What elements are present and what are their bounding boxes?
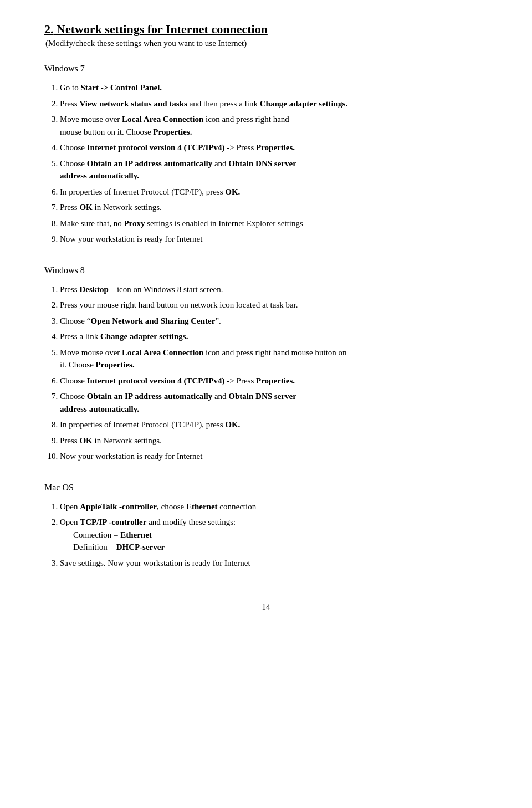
bold-text: Start -> Control Panel.	[81, 83, 162, 92]
list-item: Choose “Open Network and Sharing Center”…	[60, 315, 488, 328]
list-item: Move mouse over Local Area Connection ic…	[60, 113, 488, 138]
windows7-list: Go to Start -> Control Panel. Press View…	[60, 81, 488, 246]
bold-text: Internet protocol version 4 (TCP/IPv4)	[87, 376, 225, 385]
bold-text: OK.	[225, 420, 240, 429]
list-item: Now your workstation is ready for Intern…	[60, 233, 488, 246]
bold-text: View network status and tasks	[79, 99, 187, 108]
windows8-label: Windows 8	[44, 265, 488, 275]
list-item: Now your workstation is ready for Intern…	[60, 450, 488, 463]
section-title: Network settings for Internet connection	[57, 22, 268, 36]
list-item: In properties of Internet Protocol (TCP/…	[60, 186, 488, 198]
bold-text: AppleTalk -controller	[80, 502, 157, 511]
section-heading: 2. Network settings for Internet connect…	[44, 22, 488, 37]
bold-text: Ethernet	[186, 502, 218, 511]
bold-text: DHCP-server	[116, 543, 165, 551]
windows8-section: Windows 8 Press Desktop – icon on Window…	[44, 265, 488, 463]
list-item: Open TCP/IP -controller and modify these…	[60, 516, 488, 554]
list-item: Save settings. Now your workstation is r…	[60, 557, 488, 570]
macos-label: Mac OS	[44, 483, 488, 493]
bold-text: Change adapter settings.	[260, 99, 347, 108]
bold-text: Change adapter settings.	[100, 332, 188, 341]
macos-connection-line: Connection = Ethernet	[73, 530, 152, 539]
bold-text: OK.	[225, 187, 240, 196]
windows7-section: Windows 7 Go to Start -> Control Panel. …	[44, 64, 488, 246]
bold-text: Properties.	[256, 143, 295, 152]
windows8-list: Press Desktop – icon on Windows 8 start …	[60, 283, 488, 463]
list-item: Go to Start -> Control Panel.	[60, 81, 488, 94]
bold-text: Internet protocol version 4 (TCP/IPv4)	[87, 143, 225, 152]
bold-text: Properties.	[153, 127, 192, 136]
list-item: Choose Obtain an IP address automaticall…	[60, 390, 488, 415]
section-number: 2.	[44, 22, 54, 36]
macos-list: Open AppleTalk -controller, choose Ether…	[60, 500, 488, 570]
list-item: Press your mouse right hand button on ne…	[60, 299, 488, 311]
windows7-label: Windows 7	[44, 64, 488, 74]
bold-text: Properties.	[96, 360, 135, 369]
list-item: Make sure that, no Proxy settings is ena…	[60, 217, 488, 230]
bold-text: Local Area Connection	[122, 115, 203, 124]
list-item: Choose Obtain an IP address automaticall…	[60, 157, 488, 182]
bold-text: Desktop	[79, 285, 109, 294]
bold-text: Open Network and Sharing Center	[90, 316, 215, 325]
bold-text: Obtain an IP address automatically	[87, 159, 212, 168]
list-item: Move mouse over Local Area Connection ic…	[60, 346, 488, 371]
bold-text: Properties.	[256, 376, 295, 385]
bold-text: Proxy	[124, 219, 145, 228]
bold-text: TCP/IP -controller	[80, 518, 146, 526]
list-item: Press Desktop – icon on Windows 8 start …	[60, 283, 488, 296]
list-item: In properties of Internet Protocol (TCP/…	[60, 418, 488, 431]
list-item: Choose Internet protocol version 4 (TCP/…	[60, 141, 488, 154]
page-number: 14	[44, 602, 488, 612]
bold-text: Local Area Connection	[122, 348, 203, 357]
page-content: 2. Network settings for Internet connect…	[44, 22, 488, 612]
bold-text: OK	[79, 203, 92, 212]
section-subtitle: (Modify/check these settings when you wa…	[44, 39, 488, 48]
bold-text: OK	[79, 436, 92, 445]
list-item: Press OK in Network settings.	[60, 434, 488, 447]
list-item: Choose Internet protocol version 4 (TCP/…	[60, 375, 488, 387]
list-item: Press OK in Network settings.	[60, 201, 488, 214]
macos-section: Mac OS Open AppleTalk -controller, choos…	[44, 483, 488, 570]
macos-definition-line: Definition = DHCP-server	[73, 543, 165, 551]
list-item: Press View network status and tasks and …	[60, 98, 488, 110]
bold-text: Ethernet	[120, 530, 152, 539]
list-item: Open AppleTalk -controller, choose Ether…	[60, 500, 488, 513]
list-item: Press a link Change adapter settings.	[60, 330, 488, 343]
bold-text: Obtain an IP address automatically	[87, 392, 212, 401]
